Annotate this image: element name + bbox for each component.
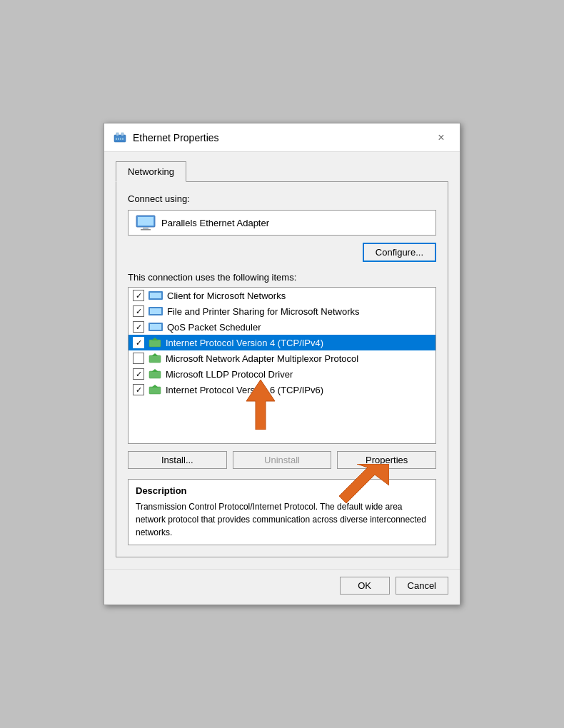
checkbox-multiplexor[interactable] — [133, 353, 144, 364]
uninstall-button[interactable]: Uninstall — [233, 451, 332, 469]
checkbox-client[interactable] — [133, 290, 144, 301]
item-label: File and Printer Sharing for Microsoft N… — [167, 306, 359, 317]
description-text: Transmission Control Protocol/Internet P… — [136, 500, 428, 539]
green-icon — [148, 337, 161, 348]
description-title: Description — [136, 485, 428, 496]
items-inner[interactable]: Client for Microsoft Networks File and P… — [129, 288, 435, 443]
configure-button[interactable]: Configure... — [363, 243, 436, 262]
list-item[interactable]: Internet Protocol Version 6 (TCP/IPv6) — [129, 382, 435, 398]
svg-marker-20 — [151, 353, 158, 356]
dialog-title: Ethernet Properties — [133, 132, 219, 143]
network-icon — [148, 290, 163, 301]
description-box: Description Transmission Control Protoco… — [128, 479, 436, 545]
svg-rect-19 — [149, 355, 161, 363]
ok-button[interactable]: OK — [340, 577, 390, 595]
adapter-name: Parallels Ethernet Adapter — [161, 218, 269, 228]
green-icon — [148, 368, 161, 380]
title-bar: Ethernet Properties × — [104, 123, 460, 152]
ethernet-icon — [113, 131, 127, 145]
title-bar-left: Ethernet Properties — [113, 131, 219, 145]
adapter-icon — [136, 215, 156, 231]
adapter-box: Parallels Ethernet Adapter — [128, 210, 436, 236]
svg-rect-6 — [122, 138, 124, 140]
list-item[interactable]: File and Printer Sharing for Microsoft N… — [129, 303, 435, 319]
install-button[interactable]: Install... — [128, 451, 227, 469]
svg-rect-5 — [120, 138, 121, 140]
checkbox-lldp[interactable] — [133, 368, 144, 380]
item-label: Internet Protocol Version 6 (TCP/IPv6) — [166, 385, 323, 395]
svg-rect-17 — [149, 340, 161, 347]
dialog-wrapper: Ethernet Properties × Networking Connect… — [104, 123, 460, 605]
dialog-footer: OK Cancel — [104, 569, 460, 605]
svg-rect-9 — [143, 227, 148, 229]
configure-row: Configure... — [128, 243, 436, 262]
svg-rect-3 — [116, 138, 117, 140]
cancel-button[interactable]: Cancel — [396, 577, 448, 595]
svg-rect-23 — [149, 387, 161, 394]
connect-using-label: Connect using: — [128, 193, 436, 204]
list-item-ipv4[interactable]: Internet Protocol Version 4 (TCP/IPv4) — [129, 335, 435, 350]
list-item[interactable]: Microsoft Network Adapter Multiplexor Pr… — [129, 350, 435, 366]
checkbox-ipv6[interactable] — [133, 384, 144, 395]
item-label: Internet Protocol Version 4 (TCP/IPv4) — [166, 338, 323, 348]
svg-marker-18 — [151, 338, 158, 340]
close-button[interactable]: × — [431, 128, 451, 148]
tab-networking[interactable]: Networking — [116, 161, 186, 182]
tab-bar: Networking — [116, 161, 448, 181]
svg-rect-10 — [141, 229, 151, 231]
list-item[interactable]: QoS Packet Scheduler — [129, 319, 435, 335]
tab-content-networking: Connect using: Parallels Ethernet Adapte… — [116, 181, 448, 557]
svg-marker-24 — [151, 385, 158, 388]
properties-button[interactable]: Properties — [337, 451, 436, 469]
svg-rect-8 — [138, 217, 153, 226]
svg-rect-21 — [149, 371, 161, 378]
network-icon — [148, 321, 163, 333]
checkbox-ipv4[interactable] — [133, 337, 144, 348]
list-item[interactable]: Client for Microsoft Networks — [129, 288, 435, 303]
green-icon — [148, 384, 161, 395]
network-icon — [148, 305, 163, 317]
items-label: This connection uses the following items… — [128, 272, 436, 283]
list-item[interactable]: Microsoft LLDP Protocol Driver — [129, 366, 435, 382]
item-label: Microsoft Network Adapter Multiplexor Pr… — [166, 353, 358, 364]
svg-marker-22 — [151, 369, 158, 372]
dialog-body: Networking Connect using: Parallels Ethe… — [104, 152, 460, 569]
green-icon — [148, 353, 161, 364]
svg-rect-2 — [121, 133, 124, 136]
checkbox-sharing[interactable] — [133, 305, 144, 317]
action-buttons: Install... Uninstall Properties — [128, 451, 436, 469]
svg-rect-14 — [150, 308, 161, 314]
checkbox-qos[interactable] — [133, 321, 144, 333]
items-list: Client for Microsoft Networks File and P… — [128, 287, 436, 444]
item-label: QoS Packet Scheduler — [167, 322, 261, 333]
ethernet-properties-dialog: Ethernet Properties × Networking Connect… — [104, 123, 460, 605]
svg-rect-12 — [150, 293, 161, 298]
svg-rect-16 — [150, 324, 161, 330]
item-label: Microsoft LLDP Protocol Driver — [166, 369, 293, 380]
item-label: Client for Microsoft Networks — [167, 290, 286, 301]
svg-rect-4 — [118, 138, 119, 140]
svg-rect-1 — [116, 133, 119, 136]
